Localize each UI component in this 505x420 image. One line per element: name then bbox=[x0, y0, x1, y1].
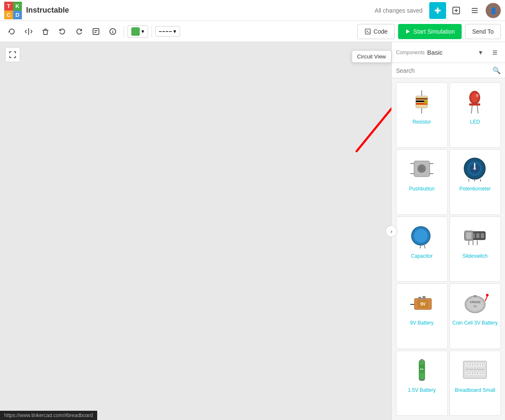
svg-point-96 bbox=[470, 373, 471, 374]
component-breadboard-small[interactable]: Breadboard Small bbox=[449, 351, 501, 416]
fit-to-screen-btn[interactable] bbox=[5, 47, 20, 62]
svg-line-16 bbox=[367, 32, 368, 32]
potentiometer-label: Potentiometer bbox=[459, 186, 491, 193]
component-coin-cell[interactable]: CR2032 3V Coin Cell 3V Battery bbox=[449, 283, 501, 349]
search-icon: 🔍 bbox=[492, 66, 501, 74]
search-input[interactable] bbox=[396, 67, 489, 74]
line-preview bbox=[159, 31, 172, 32]
svg-point-36 bbox=[476, 94, 478, 97]
svg-point-53 bbox=[414, 229, 428, 243]
svg-line-55 bbox=[424, 244, 425, 248]
slideswitch-image bbox=[460, 221, 490, 251]
svg-line-77 bbox=[485, 296, 487, 301]
svg-point-90 bbox=[477, 365, 478, 366]
slideswitch-label: Slideswitch bbox=[462, 253, 488, 260]
resistor-label: Resistor bbox=[412, 119, 431, 126]
rotate-tool[interactable] bbox=[4, 24, 19, 39]
logo: T K C D bbox=[4, 2, 22, 19]
components-header: Components Basic All Favorites ▾ bbox=[392, 42, 505, 63]
svg-point-100 bbox=[480, 373, 481, 374]
delete-tool[interactable] bbox=[38, 24, 53, 39]
save-status: All changes saved bbox=[375, 7, 423, 14]
svg-rect-62 bbox=[466, 232, 471, 239]
main-area: › Components Basic All Favorites ▾ bbox=[0, 42, 505, 420]
svg-line-34 bbox=[471, 106, 472, 114]
capacitor-label: Capacitor bbox=[411, 253, 433, 260]
top-bar: T K C D Instructable All changes saved 👤 bbox=[0, 0, 505, 21]
notes-tool[interactable] bbox=[88, 24, 104, 39]
arrow-overlay bbox=[0, 42, 391, 420]
circuit-view-tooltip: Circuit View bbox=[352, 50, 391, 63]
component-slideswitch[interactable]: Slideswitch bbox=[449, 217, 501, 282]
component-resistor[interactable]: Resistor bbox=[396, 82, 448, 148]
schematic-view-btn[interactable] bbox=[448, 2, 465, 19]
color-swatch bbox=[131, 27, 140, 36]
category-select[interactable]: Basic All Favorites bbox=[427, 49, 475, 56]
svg-point-95 bbox=[467, 373, 468, 374]
svg-point-39 bbox=[419, 166, 424, 171]
component-capacitor[interactable]: Capacitor bbox=[396, 217, 448, 282]
header-icons: ▾ bbox=[475, 47, 501, 58]
component-15v-battery[interactable]: AA 1.5V Battery bbox=[396, 351, 448, 416]
svg-point-99 bbox=[477, 373, 478, 374]
svg-point-88 bbox=[472, 365, 473, 366]
svg-rect-30 bbox=[424, 100, 428, 104]
circuit-view-btn[interactable] bbox=[429, 2, 446, 19]
status-bar-url: https://www.tinkercad.com/#breadboard bbox=[4, 412, 93, 418]
code-button[interactable]: Code bbox=[357, 24, 395, 39]
line-style-btn[interactable]: ▾ bbox=[155, 26, 180, 37]
component-potentiometer[interactable]: Potentiometer bbox=[449, 149, 501, 214]
svg-point-98 bbox=[475, 373, 476, 374]
svg-line-35 bbox=[477, 106, 478, 114]
collapse-panel-btn[interactable]: › bbox=[385, 225, 397, 237]
toolbar: ▾ ▾ Code Start Simulation Send To bbox=[0, 21, 505, 42]
pushbutton-label: Pushbutton bbox=[409, 186, 435, 193]
send-to-button[interactable]: Send To bbox=[465, 24, 501, 39]
color-picker-btn[interactable]: ▾ bbox=[128, 25, 148, 38]
start-simulation-button[interactable]: Start Simulation bbox=[398, 24, 462, 39]
component-led[interactable]: LED bbox=[449, 82, 501, 148]
svg-rect-80 bbox=[420, 359, 423, 361]
dropdown-arrow-btn[interactable]: ▾ bbox=[475, 47, 486, 58]
svg-rect-10 bbox=[93, 29, 99, 34]
search-bar: 🔍 bbox=[392, 63, 505, 78]
app-title: Instructable bbox=[26, 6, 69, 15]
fit-icon bbox=[9, 51, 16, 58]
line-dropdown-arrow: ▾ bbox=[173, 28, 176, 34]
potentiometer-image bbox=[460, 154, 490, 183]
svg-line-54 bbox=[420, 245, 421, 248]
svg-rect-1 bbox=[435, 10, 441, 11]
svg-rect-60 bbox=[481, 233, 484, 238]
svg-point-92 bbox=[482, 365, 484, 366]
svg-rect-71 bbox=[423, 296, 425, 299]
coincell-image: CR2032 3V bbox=[460, 288, 490, 317]
battery9v-label: 9V Battery bbox=[410, 320, 433, 327]
status-bar: https://www.tinkercad.com/#breadboard bbox=[0, 411, 97, 420]
annotate-tool[interactable] bbox=[105, 24, 120, 39]
svg-text:CR2032: CR2032 bbox=[470, 301, 481, 304]
mirror-tool[interactable] bbox=[21, 24, 36, 39]
battery9v-image: 9V bbox=[407, 288, 436, 317]
sim-label: Start Simulation bbox=[413, 28, 455, 35]
send-label: Send To bbox=[472, 28, 494, 35]
svg-point-78 bbox=[486, 294, 489, 296]
component-pushbutton[interactable]: Pushbutton bbox=[396, 149, 448, 214]
component-9v-battery[interactable]: 9V 9V Battery bbox=[396, 283, 448, 349]
svg-text:3V: 3V bbox=[473, 305, 477, 308]
play-icon bbox=[405, 29, 411, 34]
svg-line-19 bbox=[356, 71, 391, 151]
toolbar-separator-1 bbox=[124, 26, 124, 37]
svg-rect-59 bbox=[476, 233, 479, 238]
resistor-image bbox=[407, 87, 436, 116]
list-view-btn[interactable] bbox=[466, 2, 483, 19]
logo-tin: T bbox=[4, 2, 13, 11]
logo-ker: K bbox=[13, 2, 22, 11]
canvas-area[interactable]: › bbox=[0, 42, 391, 420]
redo-tool[interactable] bbox=[72, 24, 87, 39]
svg-rect-33 bbox=[469, 103, 480, 106]
breadboard-image bbox=[460, 355, 490, 385]
code-label: Code bbox=[374, 28, 388, 35]
grid-list-toggle-btn[interactable] bbox=[489, 47, 501, 58]
undo-tool[interactable] bbox=[55, 24, 70, 39]
avatar-btn[interactable]: 👤 bbox=[486, 3, 501, 18]
